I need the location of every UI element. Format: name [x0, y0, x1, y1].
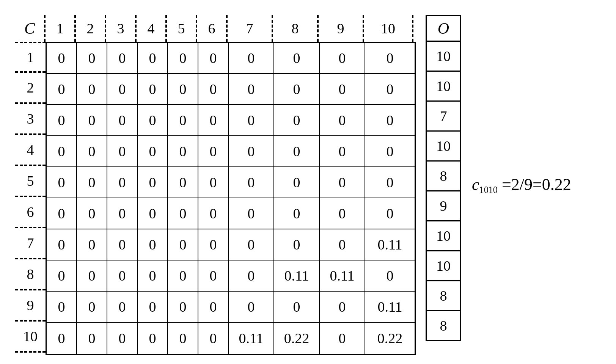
matrix-cell: 0 [229, 167, 274, 198]
matrix-cell: 0 [138, 43, 168, 74]
col-header: 3 [106, 15, 137, 42]
o-cell: 9 [426, 190, 461, 221]
matrix-cell: 0 [320, 167, 365, 198]
row-header: 9 [15, 290, 46, 322]
matrix-cell: 0 [198, 136, 229, 167]
o-cell: 10 [426, 130, 461, 162]
table-row: 0 0 0 0 0 0 0 0 0 0 [47, 105, 415, 136]
matrix-cell: 0 [107, 136, 138, 167]
matrix-cell: 0 [198, 74, 229, 105]
table-row: 0 0 0 0 0 0 0 0 0 0 [47, 136, 415, 167]
matrix-cell: 0 [365, 260, 415, 292]
matrix-corner-label: C [15, 15, 46, 42]
matrix-cell: 0 [77, 323, 107, 354]
matrix-cell: 0 [365, 43, 415, 74]
o-cell: 10 [426, 250, 461, 281]
matrix-cell: 0 [168, 105, 198, 136]
matrix-cell: 0 [365, 74, 415, 105]
matrix-cell: 0 [320, 292, 365, 323]
matrix-cell: 0 [77, 229, 107, 260]
matrix-cell: 0 [274, 136, 320, 167]
matrix-cell: 0 [320, 43, 365, 74]
row-header-column: 1 2 3 4 5 6 7 8 9 10 [15, 42, 46, 355]
matrix-cell: 0 [320, 105, 365, 136]
matrix-cell: 0 [138, 292, 168, 323]
matrix-cell: 0 [47, 74, 77, 105]
matrix-cell: 0 [229, 292, 274, 323]
matrix-cell: 0 [198, 323, 229, 354]
matrix-cell: 0 [198, 198, 229, 229]
table-row: 0 0 0 0 0 0 0 0 0 0 [47, 74, 415, 105]
row-header: 6 [15, 197, 46, 228]
matrix-cell: 0 [47, 323, 77, 354]
matrix-cell: 0 [138, 74, 168, 105]
matrix-cell: 0.11 [274, 260, 320, 292]
table-row: 0 0 0 0 0 0 0 0 0 0 [47, 198, 415, 229]
matrix-cell: 0 [229, 74, 274, 105]
row-header: 5 [15, 166, 46, 197]
matrix-cell: 0 [138, 198, 168, 229]
matrix-cell: 0 [274, 292, 320, 323]
matrix-cell: 0 [320, 74, 365, 105]
matrix-cell: 0 [168, 323, 198, 354]
matrix-cell: 0 [138, 229, 168, 260]
matrix-cell: 0 [365, 105, 415, 136]
matrix-cell: 0.11 [229, 323, 274, 354]
matrix-cell: 0 [320, 136, 365, 167]
equation-value: 0.22 [542, 175, 571, 194]
col-header: 1 [46, 15, 76, 42]
row-header: 1 [15, 42, 46, 73]
matrix-cell: 0 [365, 136, 415, 167]
matrix-cell: 0 [229, 229, 274, 260]
o-column: O 10 10 7 10 8 9 10 10 8 8 [426, 15, 461, 340]
matrix-cell: 0 [47, 105, 77, 136]
matrix-cell: 0 [47, 43, 77, 74]
o-cell: 8 [426, 160, 461, 191]
matrix-cell: 0.11 [320, 260, 365, 292]
matrix-cell: 0.11 [365, 229, 415, 260]
matrix-table: 0 0 0 0 0 0 0 0 0 0 0 0 0 [46, 42, 416, 355]
equation-var: c [472, 175, 479, 194]
table-row: 0 0 0 0 0 0 0 0 0 0.11 [47, 229, 415, 260]
o-cell: 8 [426, 280, 461, 311]
row-header: 10 [15, 322, 46, 353]
matrix-cell: 0 [198, 43, 229, 74]
matrix-cell: 0 [107, 167, 138, 198]
matrix-cell: 0 [107, 323, 138, 354]
matrix-cell: 0 [274, 198, 320, 229]
matrix-cell: 0 [274, 229, 320, 260]
matrix-cell: 0 [168, 292, 198, 323]
matrix-block: C 1 2 3 4 5 6 7 8 9 10 1 2 3 4 5 [15, 15, 416, 355]
matrix-header-row: C 1 2 3 4 5 6 7 8 9 10 [15, 15, 416, 42]
annotation-equation: c1010 =2/9=0.22 [472, 175, 571, 195]
o-column-header: O [426, 15, 461, 42]
col-header: 4 [137, 15, 167, 42]
row-header: 2 [15, 73, 46, 104]
matrix-cell: 0 [168, 260, 198, 292]
matrix-cell: 0 [77, 167, 107, 198]
col-header: 5 [167, 15, 197, 42]
matrix-cell: 0.22 [365, 323, 415, 354]
matrix-cell: 0 [320, 198, 365, 229]
matrix-cell: 0 [198, 167, 229, 198]
o-cell: 10 [426, 41, 461, 72]
matrix-cell: 0 [229, 260, 274, 292]
matrix-cell: 0 [47, 260, 77, 292]
matrix-cell: 0 [229, 136, 274, 167]
o-cell: 10 [426, 220, 461, 251]
matrix-cell: 0 [107, 229, 138, 260]
matrix-cell: 0 [138, 136, 168, 167]
matrix-cell: 0 [107, 105, 138, 136]
matrix-cell: 0.11 [365, 292, 415, 323]
matrix-cell: 0 [274, 167, 320, 198]
matrix-cell: 0 [138, 105, 168, 136]
matrix-cell: 0 [138, 167, 168, 198]
matrix-cell: 0 [77, 105, 107, 136]
matrix-cell: 0 [229, 43, 274, 74]
col-header: 2 [76, 15, 106, 42]
col-header: 7 [228, 15, 273, 42]
row-header: 7 [15, 228, 46, 259]
col-header: 10 [364, 15, 413, 42]
matrix-cell: 0 [198, 260, 229, 292]
matrix-cell: 0 [274, 74, 320, 105]
